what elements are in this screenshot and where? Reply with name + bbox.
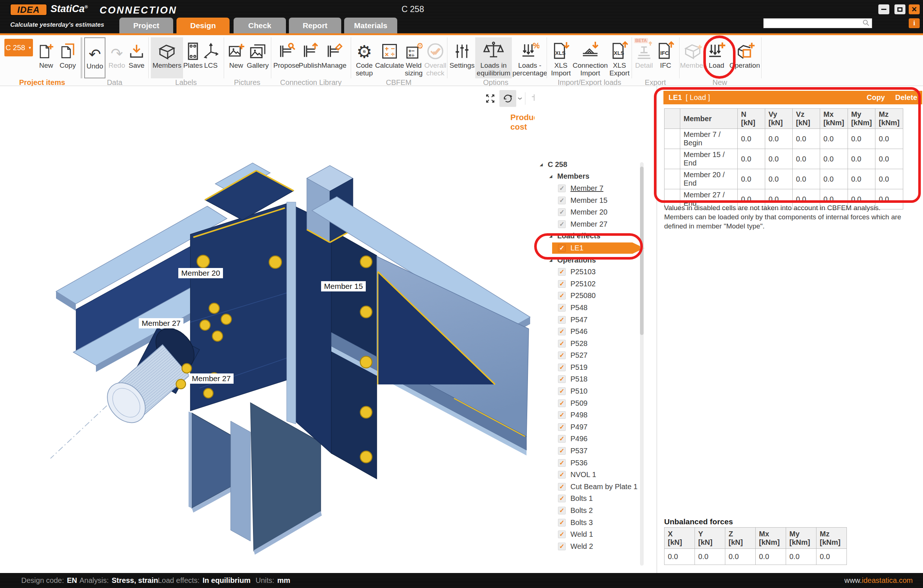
tree-operation-item[interactable]: ✓P25103 (535, 266, 657, 278)
tree-members-header[interactable]: ◢ Members (535, 171, 657, 183)
checkbox-checked-icon[interactable]: ✓ (558, 268, 566, 276)
checkbox-checked-icon[interactable]: ✓ (558, 411, 566, 419)
value-cell[interactable]: 0.0 (820, 169, 848, 189)
checkbox-checked-icon[interactable]: ✓ (558, 399, 566, 407)
tree-operation-item[interactable]: ✓Weld 1 (535, 528, 657, 540)
expander-icon[interactable]: ◢ (540, 162, 548, 167)
checkbox-checked-icon[interactable]: ✓ (558, 292, 566, 299)
checkbox-checked-icon[interactable]: ✓ (558, 471, 566, 478)
value-cell[interactable]: 0.0 (875, 129, 903, 149)
value-cell[interactable]: 0.0 (725, 549, 755, 565)
value-cell[interactable]: 0.0 (820, 149, 848, 169)
value-cell[interactable]: 0.0 (765, 169, 793, 189)
zoom-fit-button[interactable] (482, 90, 499, 107)
lcs-labels-toggle[interactable]: LCS (202, 37, 220, 78)
checkbox-checked-icon[interactable]: ✓ (558, 340, 566, 347)
search-input[interactable] (764, 19, 862, 28)
gallery-button[interactable]: Gallery (247, 37, 269, 78)
maximize-button[interactable] (894, 4, 905, 14)
value-cell[interactable]: 0.0 (793, 169, 820, 189)
tab-project[interactable]: Project (119, 18, 173, 33)
connection-import-button[interactable]: Connection Import (573, 37, 607, 78)
checkbox-checked-icon[interactable]: ✓ (558, 507, 566, 514)
tab-materials[interactable]: Materials (344, 18, 397, 33)
tree-operation-item[interactable]: ✓Bolts 2 (535, 504, 657, 517)
search-box[interactable] (764, 18, 872, 28)
row-selector-cell[interactable] (665, 149, 680, 169)
value-cell[interactable]: 0.0 (695, 549, 725, 565)
checkbox-checked-icon[interactable]: ✓ (558, 423, 566, 431)
ifc-export-button[interactable]: IFC IFC (656, 37, 675, 78)
copy-load-button[interactable]: Copy (867, 94, 885, 102)
save-button[interactable]: Save (127, 37, 146, 78)
value-cell[interactable]: 0.0 (816, 549, 847, 565)
row-selector-cell[interactable] (665, 169, 680, 189)
tree-operation-item[interactable]: ✓Bolts 3 (535, 517, 657, 529)
tree-operation-item[interactable]: ✓P509 (535, 397, 657, 409)
tab-design[interactable]: Design (176, 18, 230, 33)
plates-labels-toggle[interactable]: Plates (184, 37, 201, 78)
value-cell[interactable]: 0.0 (847, 149, 875, 169)
checkbox-checked-icon[interactable]: ✓ (558, 280, 566, 288)
value-cell[interactable]: 0.0 (820, 129, 848, 149)
propose-button[interactable]: Propose (274, 37, 298, 78)
checkbox-checked-icon[interactable]: ✓ (558, 244, 566, 252)
tab-check[interactable]: Check (233, 18, 286, 33)
tree-operation-item[interactable]: ✓P496 (535, 433, 657, 445)
members-labels-toggle[interactable]: Members (151, 37, 183, 78)
delete-load-button[interactable]: Delete (895, 94, 917, 102)
xls-export-button[interactable]: XLS XLS Export (608, 37, 631, 78)
value-cell[interactable]: 0.0 (738, 149, 765, 169)
tree-member-item[interactable]: ✓Member 15 (535, 194, 657, 207)
value-cell[interactable]: 0.0 (847, 129, 875, 149)
close-button[interactable]: ✕ (909, 4, 920, 14)
tree-scrollbar-thumb[interactable] (640, 167, 644, 335)
tree-operation-item[interactable]: ✓P527 (535, 350, 657, 362)
checkbox-checked-icon[interactable]: ✓ (558, 375, 566, 383)
checkbox-checked-icon[interactable]: ✓ (558, 388, 566, 395)
expander-icon[interactable]: ◢ (549, 233, 557, 238)
value-cell[interactable]: 0.0 (738, 129, 765, 149)
xls-import-button[interactable]: XLS XLS Import (549, 37, 573, 78)
loads-percentage-toggle[interactable]: % Loads - percentage (512, 37, 547, 78)
tree-operation-item[interactable]: ✓P518 (535, 373, 657, 386)
checkbox-checked-icon[interactable]: ✓ (558, 519, 566, 527)
row-selector-cell[interactable] (665, 129, 680, 149)
new-load-button[interactable]: Load (705, 37, 728, 78)
new-picture-button[interactable]: New (227, 37, 245, 78)
tree-operation-item[interactable]: ✓P25102 (535, 278, 657, 290)
calculate-button[interactable]: +−×÷ Calculate (376, 37, 403, 78)
checkbox-checked-icon[interactable]: ✓ (558, 363, 566, 371)
website-link[interactable]: www.ideastatica.com (844, 576, 913, 585)
search-icon[interactable] (862, 19, 872, 28)
rotate-view-button[interactable] (499, 90, 516, 107)
tab-report[interactable]: Report (289, 18, 341, 33)
member-cell[interactable]: Member 20 / End (680, 169, 738, 189)
tree-operation-item[interactable]: ✓P510 (535, 385, 657, 397)
checkbox-checked-icon[interactable]: ✓ (558, 304, 566, 312)
rotate-options-chevron[interactable] (517, 97, 523, 100)
tree-member-item[interactable]: ✓Member 27 (535, 218, 657, 230)
checkbox-checked-icon[interactable]: ✓ (558, 447, 566, 455)
value-cell[interactable]: 0.0 (793, 129, 820, 149)
checkbox-checked-icon[interactable]: ✓ (558, 494, 566, 502)
publish-button[interactable]: Publish (299, 37, 321, 78)
tree-member-item[interactable]: ✓Member 7 (535, 182, 657, 194)
tree-operation-item[interactable]: ✓P497 (535, 421, 657, 433)
checkbox-checked-icon[interactable]: ✓ (558, 220, 566, 228)
value-cell[interactable]: 0.0 (755, 549, 786, 565)
value-cell[interactable]: 0.0 (738, 169, 765, 189)
value-cell[interactable]: 0.0 (847, 169, 875, 189)
tree-operation-item[interactable]: ✓P25080 (535, 290, 657, 302)
tree-operation-item[interactable]: ✓P536 (535, 457, 657, 469)
checkbox-checked-icon[interactable]: ✓ (558, 351, 566, 359)
tree-scrollbar[interactable] (640, 162, 644, 566)
tree-le1-item-selected[interactable]: ✓ LE1 (535, 242, 657, 254)
tree-operation-item[interactable]: ✓P519 (535, 361, 657, 373)
weld-sizing-button[interactable]: +−×÷⚙ Weld sizing (404, 37, 424, 78)
loads-in-equilibrium-toggle[interactable]: Loads in equilibrium (475, 37, 512, 78)
tree-operation-item[interactable]: ✓P528 (535, 338, 657, 350)
value-cell[interactable]: 0.0 (875, 149, 903, 169)
tree-operation-item[interactable]: ✓Bolts 1 (535, 493, 657, 505)
checkbox-checked-icon[interactable]: ✓ (558, 459, 566, 467)
